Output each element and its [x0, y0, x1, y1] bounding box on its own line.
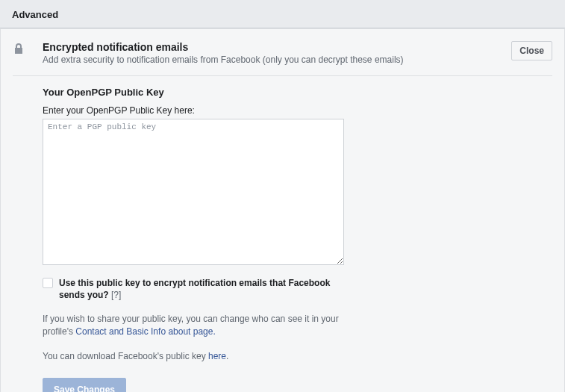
lock-icon [13, 43, 25, 55]
section-title: Encrypted notification emails [43, 41, 504, 53]
download-key-link[interactable]: here [208, 351, 226, 361]
help-icon[interactable]: [?] [111, 290, 121, 300]
encrypt-checkbox-row: Use this public key to encrypt notificat… [43, 277, 344, 301]
settings-panel: Encrypted notification emails Add extra … [0, 28, 565, 392]
checkbox-label-text: Use this public key to encrypt notificat… [59, 278, 330, 300]
close-button-wrap: Close [504, 41, 552, 60]
lock-icon-col [13, 41, 43, 55]
pgp-heading: Your OpenPGP Public Key [43, 87, 452, 98]
section-subtitle: Add extra security to notification email… [43, 55, 504, 65]
page-title: Advanced [0, 0, 565, 28]
download-text-suffix: . [226, 351, 228, 361]
download-text-prefix: You can download Facebook's public key [43, 351, 208, 361]
contact-info-link[interactable]: Contact and Basic Info about page. [75, 326, 215, 337]
save-changes-button[interactable]: Save Changes [43, 378, 126, 392]
encrypt-checkbox-label: Use this public key to encrypt notificat… [59, 277, 344, 301]
encrypt-checkbox[interactable] [43, 278, 53, 288]
panel-header: Encrypted notification emails Add extra … [1, 29, 564, 75]
panel-content: Your OpenPGP Public Key Enter your OpenP… [1, 76, 463, 392]
share-paragraph: If you wish to share your public key, yo… [43, 313, 344, 338]
close-button[interactable]: Close [511, 41, 552, 60]
download-paragraph: You can download Facebook's public key h… [43, 350, 344, 363]
pgp-textarea[interactable] [43, 119, 344, 265]
header-text: Encrypted notification emails Add extra … [43, 41, 504, 65]
pgp-field-label: Enter your OpenPGP Public Key here: [43, 105, 452, 116]
